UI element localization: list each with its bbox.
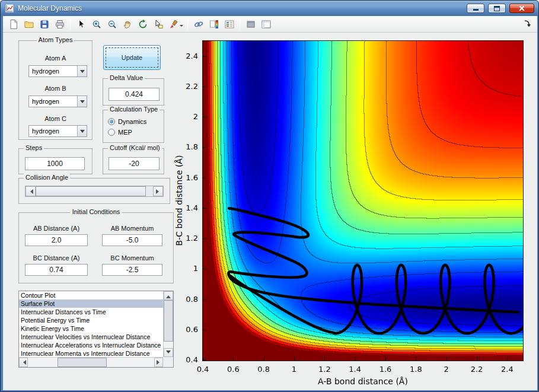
pointer-button[interactable] [74,17,88,31]
atom-c-select[interactable]: hydrogen [28,125,87,137]
radio-row-dynamics[interactable]: Dynamics [108,117,146,126]
ab-momentum-input[interactable] [102,234,162,246]
link-plot-button[interactable] [191,17,206,31]
show-plot-tools-icon [261,19,272,30]
list-item[interactable]: Kinetic Energy vs Time [19,324,163,333]
toolbar-separator [70,18,71,30]
atom-c-label: Atom C [19,115,92,122]
collision-angle-slider[interactable] [25,186,164,197]
vertical-scroll-thumb[interactable] [164,300,173,342]
new-figure-button[interactable] [6,17,21,31]
y-tick-label: 0.8 [179,295,198,304]
radio-mep[interactable] [108,129,115,136]
data-cursor-button[interactable] [151,17,165,31]
bc-momentum-input[interactable] [102,264,162,276]
zoom-out-button[interactable] [104,17,119,31]
brush-button[interactable] [166,17,181,31]
x-tick-label: 1.2 [312,365,336,374]
radio-row-mep[interactable]: MEP [108,128,132,136]
chevron-down-icon[interactable] [77,66,87,77]
hand-icon [122,19,133,30]
atom-a-select[interactable]: hydrogen [28,65,87,77]
scroll-down-icon[interactable] [164,348,173,357]
data-cursor-icon [153,19,164,30]
x-tick-label: 0.6 [221,365,245,374]
update-button[interactable]: Update [103,45,161,70]
group-title: Steps [24,144,44,151]
radio-dynamics[interactable] [108,118,115,125]
rotate-icon [138,19,148,30]
atom-b-select[interactable]: hydrogen [28,95,87,107]
listbox-items: Contour Plot Surface Plot Internuclear D… [19,291,163,357]
x-tick-label: 1.4 [343,365,367,374]
app-icon [5,4,14,13]
minimize-button[interactable] [467,4,484,13]
radio-mep-label: MEP [118,129,132,136]
delta-value-input[interactable] [109,88,160,101]
horizontal-scrollbar[interactable] [19,357,163,367]
ab-distance-input[interactable] [25,234,88,246]
slider-right-arrow[interactable] [153,186,163,196]
open-folder-icon [24,19,34,30]
save-figure-button[interactable] [37,17,52,31]
chevron-down-icon[interactable] [77,96,87,107]
vertical-scrollbar[interactable] [163,291,173,357]
list-item[interactable]: Internuclear Momenta vs Internuclear Dis… [19,349,163,357]
steps-input[interactable] [25,157,85,170]
x-tick-label: 2 [435,365,458,374]
list-item[interactable]: Potential Energy vs Time [19,316,163,324]
x-tick-label: 0.4 [191,365,215,374]
list-item[interactable]: Contour Plot [19,291,163,299]
hide-plot-tools-button[interactable] [243,17,258,31]
contour-plot-canvas[interactable] [202,40,524,361]
insert-legend-button[interactable] [222,17,237,31]
atom-types-group: Atom Types Atom A hydrogen Atom B hydrog… [18,40,93,140]
plot-type-listbox: Contour Plot Surface Plot Internuclear D… [18,291,174,368]
collision-angle-group: Collision Angle [18,178,170,204]
x-tick-label: 0.8 [252,365,276,374]
titlebar[interactable]: Molecular Dynamics [1,1,538,16]
brush-dropdown-icon[interactable] [180,25,183,28]
slider-left-arrow[interactable] [25,186,36,196]
print-figure-button[interactable] [52,17,67,31]
scroll-up-icon[interactable] [164,291,173,300]
window-title: Molecular Dynamics [18,4,82,12]
y-tick-label: 0.4 [179,355,198,364]
dock-figure-arrow-icon[interactable] [522,18,532,30]
group-title: Atom Types [37,36,75,43]
ab-distance-label: AB Distance (A) [25,225,88,232]
rotate-3d-button[interactable] [135,17,150,31]
toolbar-separator [187,18,188,30]
toolbar [3,16,537,33]
list-item[interactable]: Internuclear Accelerations vs Internucle… [19,341,163,349]
pan-button[interactable] [120,17,135,31]
cutoff-group: Cutoff (Kcal/ mol) [103,148,164,174]
scroll-right-icon[interactable] [154,358,163,367]
brush-icon [168,19,179,30]
scroll-left-icon[interactable] [19,358,28,367]
insert-colorbar-button[interactable] [206,17,221,31]
legend-icon [224,19,235,30]
link-icon [193,19,204,30]
y-tick-label: 1 [179,264,198,273]
x-tick-label: 2.2 [465,365,489,374]
atom-b-label: Atom B [19,85,92,92]
zoom-in-button[interactable] [89,17,104,31]
open-file-button[interactable] [21,17,36,31]
maximize-button[interactable] [488,4,506,13]
initial-conditions-group: Initial Conditions AB Distance (A) AB Mo… [18,212,174,283]
list-item[interactable]: Internuclear Velocities vs Internuclear … [19,333,163,341]
group-title: Delta Value [108,74,145,81]
list-item[interactable]: Internuclear Distances vs Time [19,308,163,316]
chevron-down-icon[interactable] [77,126,87,136]
bc-distance-input[interactable] [25,264,88,276]
list-item[interactable]: Surface Plot [19,299,163,308]
horizontal-scroll-thumb[interactable] [58,358,107,367]
y-tick-label: 0.6 [179,325,198,334]
close-button[interactable] [509,4,534,13]
slider-thumb[interactable] [36,186,146,196]
delta-value-group: Delta Value [103,78,164,106]
show-plot-tools-button[interactable] [259,17,273,31]
cutoff-input[interactable] [109,157,160,170]
y-axis-label: B-C bond distance (Å) [174,155,184,246]
